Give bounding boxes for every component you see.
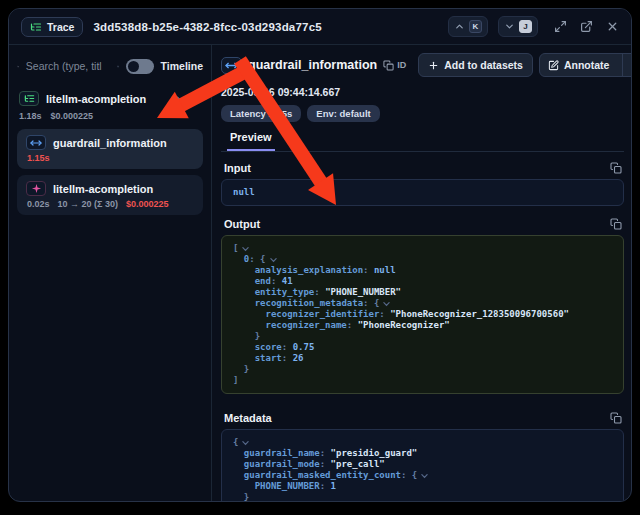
expand-button[interactable]: [554, 20, 567, 33]
tree-item-row: litellm-acompletion: [26, 181, 194, 196]
annotate-button[interactable]: Annotate: [540, 54, 618, 76]
generation-node-badge: [26, 181, 46, 196]
item-latency: 1.15s: [27, 153, 50, 163]
trace-node-badge: [19, 91, 39, 106]
copy-icon: [610, 162, 622, 174]
next-observation-button[interactable]: J: [498, 16, 538, 37]
observation-title: guardrail_information: [248, 58, 377, 72]
shortcut-key-j: J: [519, 20, 532, 33]
close-icon: [606, 20, 619, 33]
detail-header: guardrail_information ID Add to datasets…: [221, 53, 624, 77]
output-section-header: Output: [221, 218, 624, 230]
tree-root-label: litellm-acompletion: [46, 93, 146, 105]
external-link-icon: [580, 20, 593, 33]
screenshot-stage: Trace 3dd538d8-b25e-4382-8fcc-03d293da77…: [0, 0, 640, 515]
item-latency: 0.02s: [27, 199, 50, 209]
span-node-badge: [26, 135, 46, 150]
input-label: Input: [224, 162, 251, 174]
open-in-new-button[interactable]: [580, 20, 593, 33]
topbar-actions: [554, 20, 619, 33]
list-tree-icon: [24, 93, 35, 104]
tab-bar: Preview: [221, 131, 624, 152]
shortcut-key-k: K: [469, 20, 482, 33]
prev-observation-button[interactable]: K: [448, 16, 488, 37]
tree-item-label: litellm-acompletion: [53, 183, 153, 195]
span-type-badge: [221, 57, 242, 74]
topbar: Trace 3dd538d8-b25e-4382-8fcc-03d293da77…: [9, 9, 631, 45]
trace-type-badge: Trace: [21, 17, 83, 37]
annotate-split-button: Annotate: [539, 53, 631, 77]
maximize-icon: [554, 20, 567, 33]
root-latency: 1.18s: [19, 111, 42, 121]
item-cost: $0.000225: [126, 199, 169, 209]
search-input[interactable]: [26, 60, 110, 72]
tree-item-metrics: 0.02s 10 → 20 (Σ 30) $0.000225: [26, 199, 194, 209]
left-right-arrow-icon: [30, 137, 42, 149]
observation-timestamp: 2025-05-16 09:44:14.667: [221, 86, 624, 98]
add-to-datasets-button[interactable]: Add to datasets: [418, 53, 533, 77]
item-tokens: 10 → 20 (Σ 30): [58, 199, 118, 209]
tree-item-guardrail-information[interactable]: guardrail_information 1.15s: [17, 129, 203, 169]
tree-controls: [172, 93, 201, 104]
trace-detail-window: Trace 3dd538d8-b25e-4382-8fcc-03d293da77…: [8, 8, 632, 502]
sparkle-icon: [31, 183, 42, 194]
search-row: Timeline: [17, 53, 203, 79]
search-icon: [17, 60, 19, 73]
tree-root-metrics: 1.18s $0.000225: [17, 108, 203, 121]
copy-output-button[interactable]: [610, 218, 622, 230]
timeline-label: Timeline: [161, 60, 203, 72]
copy-metadata-button[interactable]: [610, 412, 622, 424]
copy-icon: [610, 412, 622, 424]
toggle-knob: [128, 61, 139, 72]
metric-badges: Latency 1.15s Env: default: [221, 105, 624, 122]
window-body: Timeline litellm-acompletion: [9, 45, 631, 502]
tree-item-row: guardrail_information: [26, 135, 194, 150]
tab-preview[interactable]: Preview: [227, 131, 275, 151]
pencil-square-icon: [548, 60, 559, 71]
observation-tree: litellm-acompletion 1.18s $0.000225: [17, 89, 203, 215]
minimize-icon[interactable]: [190, 93, 201, 104]
timeline-toggle[interactable]: [126, 59, 154, 74]
chevron-up-icon: [454, 21, 465, 32]
tree-item-litellm-acompletion[interactable]: litellm-acompletion 0.02s 10 → 20 (Σ 30)…: [17, 175, 203, 215]
annotate-label: Annotate: [564, 59, 610, 71]
copy-input-button[interactable]: [610, 162, 622, 174]
copy-icon: [610, 218, 622, 230]
output-json-viewer[interactable]: [ 0: { analysis_explanation: null end: 4…: [221, 235, 624, 394]
copy-icon: [383, 60, 394, 71]
button-divider: [622, 54, 623, 76]
metadata-section-header: Metadata: [221, 412, 624, 424]
copy-id-button[interactable]: ID: [383, 60, 406, 71]
add-to-datasets-label: Add to datasets: [444, 59, 523, 71]
filter-sliders-icon[interactable]: [117, 60, 119, 73]
trace-id: 3dd538d8-b25e-4382-8fcc-03d293da77c5: [93, 21, 321, 33]
metadata-label: Metadata: [224, 412, 272, 424]
collapse-chevron-icon[interactable]: [172, 93, 183, 104]
annotate-dropdown-button[interactable]: [628, 54, 631, 76]
chevron-down-icon: [504, 21, 515, 32]
plus-icon: [428, 60, 439, 71]
tree-item-label: guardrail_information: [53, 137, 167, 149]
trace-tree-sidebar: Timeline litellm-acompletion: [9, 45, 212, 502]
list-tree-icon: [30, 21, 42, 33]
id-label: ID: [397, 60, 406, 70]
output-label: Output: [224, 218, 260, 230]
env-badge: Env: default: [307, 105, 379, 122]
tree-root-row[interactable]: litellm-acompletion: [17, 89, 203, 108]
trace-badge-label: Trace: [47, 21, 74, 33]
latency-badge: Latency 1.15s: [221, 105, 301, 122]
left-right-arrow-icon: [225, 59, 238, 72]
metadata-json-viewer[interactable]: { guardrail_name: "presidio_guard" guard…: [221, 429, 624, 502]
root-cost: $0.000225: [51, 111, 94, 121]
input-section-header: Input: [221, 162, 624, 174]
observation-detail-panel: guardrail_information ID Add to datasets…: [212, 45, 631, 502]
tree-item-metrics: 1.15s: [26, 153, 194, 163]
input-json-viewer[interactable]: null: [221, 179, 624, 206]
close-button[interactable]: [606, 20, 619, 33]
